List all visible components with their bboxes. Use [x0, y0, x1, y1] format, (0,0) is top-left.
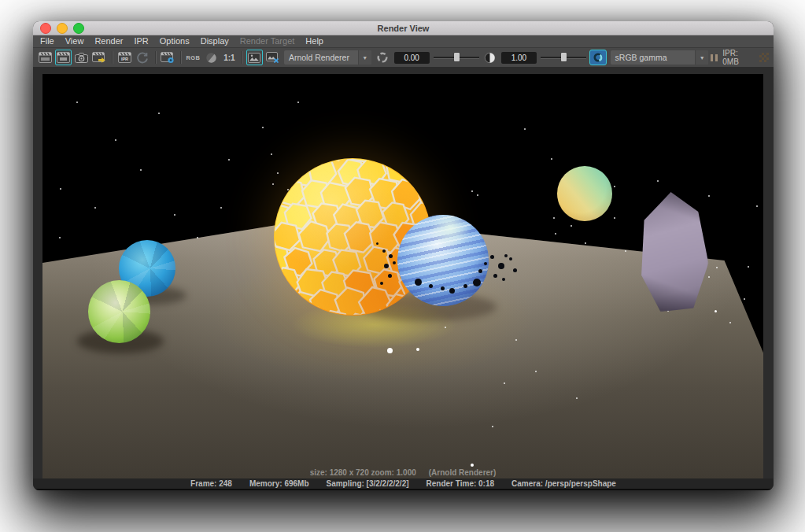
- real-size-label: 1:1: [223, 54, 234, 62]
- star: [471, 190, 473, 192]
- toolbar-separator: [112, 51, 113, 64]
- gamma-field[interactable]: 1.00: [501, 52, 537, 64]
- image-renderer-label: (Arnold Renderer): [429, 468, 497, 477]
- toolbar-separator: [242, 51, 242, 64]
- contrast-icon: [484, 52, 496, 64]
- menu-view[interactable]: View: [60, 35, 90, 47]
- render-settings-button[interactable]: [160, 50, 176, 65]
- real-size-button[interactable]: 1:1: [221, 50, 238, 65]
- renderer-selected-value: Arnold Renderer: [284, 53, 358, 62]
- asteroid-rock: [415, 279, 422, 286]
- window-title: Render View: [33, 24, 774, 33]
- asteroid-rock: [449, 288, 455, 294]
- viewport-frame: size: 1280 x 720 zoom: 1.000 (Arnold Ren…: [33, 67, 774, 478]
- asteroid-rock: [473, 279, 481, 286]
- render-image[interactable]: size: 1280 x 720 zoom: 1.000 (Arnold Ren…: [42, 74, 763, 478]
- star: [657, 180, 659, 182]
- star: [716, 267, 718, 268]
- save-image-button[interactable]: [91, 50, 108, 65]
- star: [387, 348, 393, 353]
- star: [492, 426, 493, 427]
- asteroid-rock: [484, 262, 487, 265]
- gamma-contrast-button[interactable]: [482, 50, 498, 65]
- star: [614, 186, 615, 187]
- exposure-slider-knob[interactable]: [454, 53, 460, 61]
- render-current-frame-button[interactable]: [37, 50, 54, 65]
- star: [571, 225, 572, 227]
- star: [555, 233, 556, 235]
- asteroid-rock: [380, 282, 383, 285]
- star: [140, 169, 142, 171]
- menu-options[interactable]: Options: [154, 35, 195, 47]
- star: [158, 113, 160, 114]
- exposure-field[interactable]: 0.00: [394, 52, 430, 64]
- star: [551, 158, 552, 160]
- renderer-select[interactable]: Arnold Renderer ▼: [284, 50, 371, 65]
- star: [756, 205, 758, 207]
- star: [76, 102, 78, 103]
- toolbar: IPR RGB: [33, 47, 774, 67]
- save-image-slate-icon: [92, 52, 107, 64]
- asteroid-rock: [429, 284, 433, 288]
- star: [748, 266, 749, 268]
- star: [477, 194, 478, 196]
- menu-help[interactable]: Help: [300, 35, 329, 47]
- reset-exposure-button[interactable]: [375, 50, 391, 65]
- redo-render-slate-icon: [57, 52, 70, 63]
- toolbar-separator: [155, 51, 156, 64]
- alpha-channel-button[interactable]: [203, 50, 220, 65]
- ipr-region-icon[interactable]: [759, 53, 769, 62]
- rgb-channels-button[interactable]: RGB: [185, 50, 201, 65]
- status-render-time: Render Time: 0:18: [427, 479, 495, 488]
- ipr-memory-label: IPR: 0MB: [722, 49, 755, 66]
- star: [614, 217, 615, 219]
- color-management-icon: [593, 53, 603, 62]
- menu-ipr[interactable]: IPR: [128, 35, 153, 47]
- star: [524, 128, 526, 130]
- image-info-overlay: size: 1280 x 720 zoom: 1.000 (Arnold Ren…: [42, 468, 763, 477]
- menu-display[interactable]: Display: [195, 35, 234, 47]
- star: [553, 217, 555, 219]
- exposure-slider[interactable]: [434, 50, 479, 65]
- remove-image-button[interactable]: [264, 50, 281, 65]
- render-settings-slate-icon: [161, 52, 175, 64]
- snapshot-button[interactable]: [73, 50, 90, 65]
- redo-previous-render-button[interactable]: [55, 50, 72, 65]
- menubar: File View Render IPR Options Display Ren…: [33, 35, 774, 47]
- window-bottom-edge: [33, 489, 774, 490]
- gamma-slider[interactable]: [541, 50, 586, 65]
- alpha-channel-icon: [205, 52, 217, 64]
- pause-ipr-icon[interactable]: [711, 54, 718, 61]
- menu-render[interactable]: Render: [89, 35, 128, 47]
- star: [708, 195, 710, 197]
- gamma-slider-knob[interactable]: [561, 53, 567, 61]
- status-camera: Camera: /persp/perspShape: [511, 479, 616, 488]
- asteroid-rock: [388, 274, 392, 278]
- color-management-button[interactable]: [589, 50, 606, 65]
- titlebar[interactable]: Render View: [33, 21, 774, 35]
- star: [220, 207, 222, 209]
- star: [297, 102, 299, 103]
- star: [715, 310, 717, 312]
- view-transform-select[interactable]: sRGB gamma ▼: [611, 50, 709, 65]
- status-frame: Frame: 248: [190, 479, 232, 488]
- refresh-icon: [136, 52, 149, 64]
- render-slate-icon: [39, 52, 52, 63]
- star: [174, 214, 175, 216]
- star: [262, 127, 264, 128]
- asteroid-rock: [376, 242, 378, 245]
- asteroid-rock: [490, 255, 494, 259]
- cycle-arrows-icon: [376, 51, 389, 64]
- star: [272, 183, 274, 185]
- menu-file[interactable]: File: [35, 35, 60, 47]
- keep-image-button[interactable]: [246, 50, 263, 65]
- view-transform-selected-value: sRGB gamma: [611, 53, 696, 62]
- green-faceted-sphere: [88, 280, 151, 343]
- asteroid-rock: [441, 286, 445, 290]
- image-size-label: size: 1280 x 720 zoom: 1.000: [310, 468, 416, 477]
- star: [115, 139, 116, 141]
- svg-text:IPR: IPR: [121, 57, 128, 61]
- star: [228, 159, 230, 161]
- star: [535, 371, 537, 372]
- ipr-render-button[interactable]: IPR: [116, 50, 133, 65]
